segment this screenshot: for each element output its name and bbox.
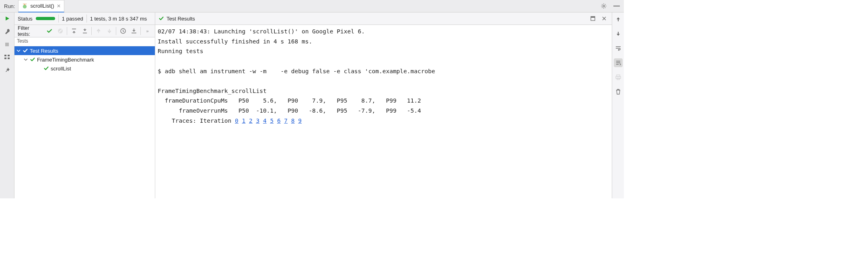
scroll-end-icon[interactable] (614, 58, 623, 67)
trace-link[interactable]: 1 (242, 117, 246, 124)
result-title: Test Results (167, 16, 195, 22)
svg-rect-1 (25, 4, 25, 5)
tree-node-benchmark-label: FrameTimingBenchmark (37, 57, 94, 63)
svg-line-9 (605, 4, 605, 4)
close-panel-icon[interactable] (600, 14, 609, 23)
filter-bar: Filter tests: » (14, 25, 155, 37)
run-label: Run: (0, 3, 18, 9)
trace-link[interactable]: 5 (270, 117, 274, 124)
print-icon[interactable] (614, 73, 623, 82)
test-tree-panel: Status 1 passed 1 tests, 3 m 18 s 347 ms… (14, 12, 155, 198)
svg-rect-14 (8, 55, 10, 56)
check-ok-icon (43, 66, 49, 71)
status-progress (36, 17, 55, 20)
chevron-down-icon[interactable] (16, 48, 21, 53)
filter-passed-icon[interactable] (45, 27, 54, 35)
pin-icon[interactable] (4, 66, 11, 74)
svg-rect-12 (4, 55, 6, 56)
trace-link[interactable]: 7 (284, 117, 288, 124)
expand-all-icon[interactable] (80, 27, 89, 35)
tab-bar: Run: scrollList() ✕ (0, 0, 624, 12)
status-label: Status (18, 16, 33, 22)
stop-icon[interactable] (4, 41, 11, 48)
tree-header: Tests (14, 37, 155, 46)
filter-label: Filter tests: (18, 25, 42, 37)
trash-icon[interactable] (614, 87, 623, 96)
svg-rect-13 (4, 58, 6, 59)
run-icon[interactable] (4, 15, 11, 22)
check-ok-icon (158, 16, 164, 21)
trace-link[interactable]: 4 (263, 117, 267, 124)
result-bar: Test Results (155, 12, 612, 25)
wrench-icon[interactable] (4, 28, 11, 35)
chevron-down-icon[interactable] (23, 57, 28, 62)
filter-ignored-icon[interactable] (56, 27, 65, 35)
console-output[interactable]: 02/07 14:38:43: Launching 'scrollList()'… (155, 25, 612, 198)
trace-link[interactable]: 0 (235, 117, 239, 124)
trace-link[interactable]: 8 (291, 117, 295, 124)
console-gutter (612, 12, 624, 198)
minimize-icon[interactable] (613, 6, 620, 6)
history-icon[interactable] (119, 27, 127, 35)
trace-link[interactable]: 6 (277, 117, 281, 124)
svg-rect-11 (5, 43, 9, 46)
status-summary: 1 tests, 3 m 18 s 347 ms (90, 16, 147, 22)
svg-rect-31 (617, 78, 619, 80)
trace-link[interactable]: 3 (256, 117, 259, 124)
tab-title: scrollList() (30, 3, 54, 9)
tree-node-scroll-label: scrollList (51, 66, 71, 72)
check-ok-icon (23, 48, 28, 54)
arrow-up-icon[interactable] (94, 27, 103, 35)
tree-root-label: Test Results (30, 48, 58, 54)
svg-point-2 (603, 5, 605, 7)
status-bar: Status 1 passed 1 tests, 3 m 18 s 347 ms (14, 12, 155, 25)
tree-node-benchmark[interactable]: FrameTimingBenchmark (14, 55, 155, 64)
trace-link[interactable]: 9 (298, 117, 302, 124)
close-tab-icon[interactable]: ✕ (57, 3, 61, 9)
svg-line-10 (602, 7, 602, 8)
left-gutter (0, 12, 14, 198)
arrow-down-icon[interactable] (105, 27, 113, 35)
arrow-up-icon[interactable] (614, 15, 623, 24)
import-icon[interactable] (130, 27, 138, 35)
test-tree[interactable]: Test Results FrameTimingBenchmark scroll… (14, 46, 155, 198)
check-ok-icon (30, 57, 35, 62)
run-tab[interactable]: scrollList() ✕ (18, 0, 64, 12)
more-icon[interactable]: » (143, 27, 152, 35)
trace-link[interactable]: 2 (249, 117, 253, 124)
status-passed: 1 passed (62, 16, 83, 22)
svg-line-7 (602, 4, 602, 4)
svg-rect-26 (591, 16, 595, 18)
svg-point-0 (23, 5, 27, 8)
svg-line-8 (605, 7, 605, 8)
maximize-panel-icon[interactable] (588, 14, 597, 23)
arrow-down-icon[interactable] (614, 29, 623, 38)
tree-node-scroll[interactable]: scrollList (14, 64, 155, 73)
softwrap-icon[interactable] (614, 44, 623, 53)
gear-icon[interactable] (601, 3, 607, 9)
layout-icon[interactable] (4, 54, 11, 61)
tree-root[interactable]: Test Results (14, 46, 155, 55)
android-run-icon (22, 3, 28, 9)
svg-rect-15 (8, 58, 10, 59)
collapse-all-icon[interactable] (70, 27, 78, 35)
